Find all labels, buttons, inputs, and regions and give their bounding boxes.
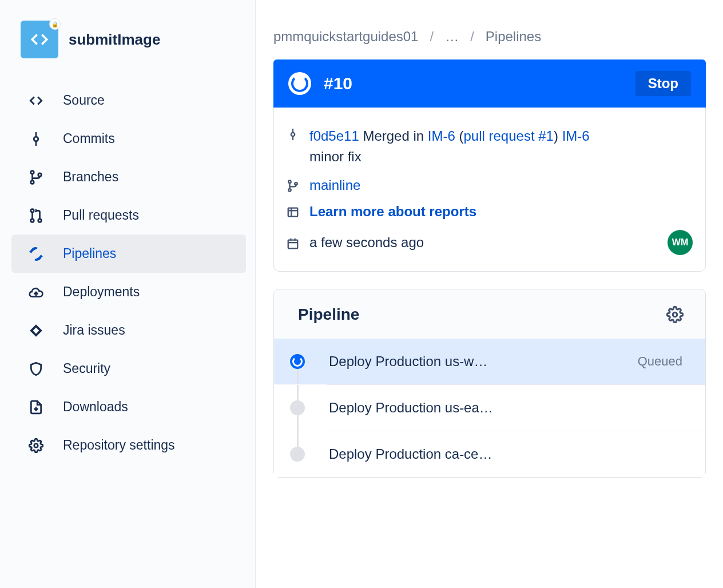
sidebar-item-repository-settings[interactable]: Repository settings	[11, 426, 246, 464]
commit-icon	[287, 128, 299, 141]
svg-point-0	[34, 137, 38, 141]
avatar[interactable]: WM	[668, 230, 693, 255]
breadcrumb-root[interactable]: pmmquickstartguides01	[273, 29, 418, 45]
commit-icon	[29, 132, 43, 146]
repo-name[interactable]: submitImage	[69, 31, 160, 49]
branch-icon	[29, 170, 43, 185]
pipeline-steps-section: Pipeline Deploy Production us-w… Queued …	[273, 289, 706, 478]
commit-hash-link[interactable]: f0d5e11	[309, 128, 359, 144]
breadcrumb-separator: /	[470, 29, 474, 45]
pipeline-step[interactable]: Deploy Production us-ea…	[274, 385, 705, 431]
sidebar-item-source[interactable]: Source	[11, 81, 246, 120]
breadcrumb-ellipsis[interactable]: …	[445, 29, 459, 45]
sidebar-item-commits[interactable]: Commits	[11, 120, 246, 158]
repo-icon[interactable]: 🔒	[21, 21, 58, 58]
branch-link[interactable]: mainline	[309, 177, 360, 193]
pullreq-icon	[29, 208, 43, 223]
step-name: Deploy Production us-ea…	[329, 400, 682, 416]
lock-icon: 🔒	[49, 18, 61, 30]
sidebar-item-deployments[interactable]: Deployments	[11, 273, 246, 311]
sidebar-item-label: Pull requests	[63, 208, 139, 223]
branch-icon	[287, 180, 299, 192]
breadcrumb: pmmquickstartguides01 / … / Pipelines	[273, 29, 706, 45]
step-name: Deploy Production us-w…	[329, 353, 638, 370]
svg-point-14	[288, 189, 291, 192]
svg-point-5	[38, 173, 41, 176]
reports-row: Learn more about reports	[287, 204, 693, 220]
svg-rect-16	[288, 208, 298, 217]
sidebar-item-jira-issues[interactable]: Jira issues	[11, 311, 246, 349]
svg-point-13	[288, 180, 291, 183]
step-status-pending-icon	[290, 447, 305, 462]
step-state: Queued	[638, 354, 682, 369]
sidebar-item-label: Downloads	[63, 399, 128, 415]
gear-icon	[29, 438, 43, 453]
pipeline-step[interactable]: Deploy Production ca-ce…	[274, 431, 705, 477]
gear-icon[interactable]	[666, 306, 684, 323]
breadcrumb-separator: /	[430, 29, 434, 45]
sidebar-item-label: Pipelines	[63, 246, 116, 261]
sidebar-item-label: Repository settings	[63, 438, 175, 453]
pipeline-section-title: Pipeline	[298, 305, 359, 324]
svg-point-4	[31, 180, 34, 183]
step-status-running-icon	[290, 354, 305, 369]
sidebar-item-label: Security	[63, 361, 110, 376]
jira-icon	[29, 323, 43, 338]
svg-point-8	[38, 218, 41, 221]
sidebar-item-pipelines[interactable]: Pipelines	[11, 235, 246, 273]
svg-point-10	[291, 133, 295, 136]
sidebar: 🔒 submitImage Source Commits Branches Pu…	[0, 0, 256, 588]
sidebar-item-label: Jira issues	[63, 323, 125, 338]
sidebar-item-downloads[interactable]: Downloads	[11, 388, 246, 426]
pipeline-steps-header: Pipeline	[274, 305, 705, 339]
pr-link[interactable]: pull request #1	[464, 128, 554, 144]
code-icon	[29, 93, 43, 108]
svg-point-3	[31, 170, 34, 173]
sidebar-item-branches[interactable]: Branches	[11, 158, 246, 196]
commit-message: f0d5e11 Merged in IM-6 (pull request #1)…	[309, 126, 693, 167]
running-icon	[288, 72, 311, 95]
pipeline-icon	[29, 247, 43, 261]
sidebar-item-label: Deployments	[63, 284, 140, 300]
time-row: a few seconds ago WM	[287, 230, 693, 255]
svg-rect-19	[288, 240, 298, 249]
branch-row: mainline	[287, 177, 693, 193]
stop-button[interactable]: Stop	[635, 71, 691, 96]
download-icon	[29, 400, 43, 415]
issue-link[interactable]: IM-6	[428, 128, 455, 144]
sidebar-item-pull-requests[interactable]: Pull requests	[11, 196, 246, 235]
pipeline-info-card: f0d5e11 Merged in IM-6 (pull request #1)…	[273, 108, 706, 272]
sidebar-item-security[interactable]: Security	[11, 349, 246, 388]
repo-header: 🔒 submitImage	[0, 21, 255, 81]
svg-point-15	[295, 182, 297, 185]
reports-link[interactable]: Learn more about reports	[309, 204, 476, 220]
calendar-icon	[287, 237, 299, 250]
sidebar-item-label: Commits	[63, 131, 115, 146]
pipeline-header: #10 Stop	[273, 59, 706, 108]
nav-list: Source Commits Branches Pull requests Pi…	[0, 81, 255, 464]
time-text: a few seconds ago	[309, 235, 424, 251]
main-content: pmmquickstartguides01 / … / Pipelines #1…	[256, 0, 723, 588]
reports-icon	[287, 206, 299, 218]
pipeline-step[interactable]: Deploy Production us-w… Queued	[274, 339, 705, 384]
commit-row: f0d5e11 Merged in IM-6 (pull request #1)…	[287, 126, 693, 167]
shield-icon	[29, 361, 43, 376]
sidebar-item-label: Source	[63, 93, 105, 108]
cloud-icon	[29, 285, 43, 300]
svg-point-9	[34, 443, 38, 447]
svg-point-6	[31, 209, 34, 212]
svg-point-23	[673, 312, 677, 317]
pipeline-number: #10	[324, 74, 623, 93]
svg-point-7	[31, 218, 34, 221]
issue-link[interactable]: IM-6	[562, 128, 590, 144]
step-name: Deploy Production ca-ce…	[329, 446, 682, 462]
breadcrumb-current[interactable]: Pipelines	[486, 29, 541, 45]
sidebar-item-label: Branches	[63, 169, 118, 185]
step-status-pending-icon	[290, 400, 305, 415]
